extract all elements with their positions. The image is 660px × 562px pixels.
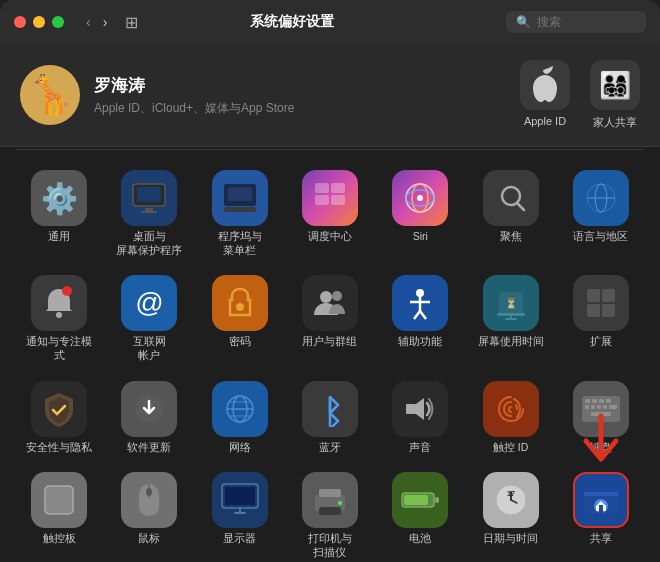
titlebar: ‹ › ⊞ 系统偏好设置 🔍 (0, 0, 660, 44)
grid-item-keyboard: 键盘 (558, 375, 644, 461)
pref-item-battery[interactable]: 电池 (390, 466, 450, 552)
pref-item-language[interactable]: 语言与地区 (571, 164, 631, 250)
profile-subtitle: Apple ID、iCloud+、媒体与App Store (94, 100, 520, 117)
label-internet: 互联网 帐户 (133, 335, 166, 362)
pref-item-focus[interactable]: 聚焦 (481, 164, 541, 250)
icon-security (31, 381, 87, 437)
label-screentime: 屏幕使用时间 (478, 335, 544, 349)
pref-item-touchid[interactable]: 触控 ID (481, 375, 541, 461)
icon-general: ⚙️ (31, 170, 87, 226)
grid-item-passwords: 密码 (197, 269, 283, 368)
maximize-button[interactable] (52, 16, 64, 28)
pref-item-sharing[interactable]: 共享 (571, 466, 631, 552)
svg-rect-54 (597, 405, 601, 409)
grid-item-sound: 声音 (377, 375, 463, 461)
grid-item-users: 用户与群组 (287, 269, 373, 368)
pref-item-users[interactable]: 用户与群组 (300, 269, 360, 355)
svg-rect-71 (404, 495, 428, 505)
svg-rect-8 (331, 183, 345, 193)
family-sharing-action[interactable]: 👨‍👩‍👧‍👦 家人共享 (590, 60, 640, 130)
pref-item-softwareupdate[interactable]: 软件更新 (119, 375, 179, 461)
label-keyboard: 键盘 (590, 441, 612, 455)
pref-item-siri[interactable]: Siri (390, 164, 450, 250)
icon-users (302, 275, 358, 331)
avatar-icon: 🦒 (27, 73, 74, 117)
pref-item-security[interactable]: 安全性与隐私 (24, 375, 94, 461)
icon-touchid (483, 381, 539, 437)
icon-keyboard (573, 381, 629, 437)
svg-point-22 (62, 286, 72, 296)
apple-id-icon-box (520, 60, 570, 110)
svg-rect-49 (592, 399, 597, 403)
svg-rect-38 (602, 304, 615, 317)
icon-focus (483, 170, 539, 226)
grid-item-trackpad: 触控板 (16, 466, 102, 562)
pref-item-internet[interactable]: @互联网 帐户 (119, 269, 179, 368)
svg-rect-2 (145, 208, 153, 211)
search-input[interactable] (537, 15, 636, 29)
icon-siri (392, 170, 448, 226)
icon-dock (212, 170, 268, 226)
search-box[interactable]: 🔍 (506, 11, 646, 33)
pref-item-bluetooth[interactable]: 蓝牙 (300, 375, 360, 461)
family-sharing-icon-box: 👨‍👩‍👧‍👦 (590, 60, 640, 110)
svg-rect-46 (406, 404, 416, 414)
label-language: 语言与地区 (573, 230, 628, 244)
svg-text:⏳: ⏳ (505, 297, 518, 310)
svg-point-14 (417, 195, 423, 201)
grid-item-security: 安全性与隐私 (16, 375, 102, 461)
grid-item-notifications: 通知与专注模式 (16, 269, 102, 368)
pref-item-dock[interactable]: 程序坞与 菜单栏 (210, 164, 270, 263)
icon-bluetooth (302, 381, 358, 437)
pref-item-displays[interactable]: 显示器 (210, 466, 270, 552)
label-sharing: 共享 (590, 532, 612, 546)
svg-rect-36 (602, 289, 615, 302)
pref-item-keyboard[interactable]: 键盘 (571, 375, 631, 461)
grid-item-accessibility: 辅助功能 (377, 269, 463, 368)
svg-line-29 (414, 311, 420, 319)
pref-item-sound[interactable]: 声音 (390, 375, 450, 461)
svg-point-24 (320, 291, 332, 303)
pref-item-screentime[interactable]: ⏳屏幕使用时间 (476, 269, 546, 355)
grid-item-mission: 调度中心 (287, 164, 373, 263)
minimize-button[interactable] (33, 16, 45, 28)
svg-rect-31 (497, 313, 525, 316)
grid-item-printers: 打印机与 扫描仪 (287, 466, 373, 562)
apple-id-action[interactable]: Apple ID (520, 60, 570, 130)
label-notifications: 通知与专注模式 (23, 335, 95, 362)
avatar[interactable]: 🦒 (20, 65, 80, 125)
svg-rect-9 (315, 195, 329, 205)
pref-item-extensions[interactable]: 扩展 (571, 269, 631, 355)
pref-item-desktop[interactable]: 桌面与 屏幕保护程序 (114, 164, 184, 263)
grid-item-screentime: ⏳屏幕使用时间 (467, 269, 553, 368)
label-sound: 声音 (409, 441, 431, 455)
grid-item-siri: Siri (377, 164, 463, 263)
svg-rect-52 (585, 405, 589, 409)
svg-point-60 (146, 488, 152, 496)
pref-item-passwords[interactable]: 密码 (210, 269, 270, 355)
label-softwareupdate: 软件更新 (127, 441, 171, 455)
pref-item-datetime[interactable]: 17日期与时间 (481, 466, 541, 552)
pref-item-general[interactable]: ⚙️通用 (29, 164, 89, 250)
pref-item-notifications[interactable]: 通知与专注模式 (21, 269, 97, 368)
pref-item-printers[interactable]: 打印机与 扫描仪 (300, 466, 360, 562)
pref-item-network[interactable]: 网络 (210, 375, 270, 461)
label-displays: 显示器 (223, 532, 256, 546)
grid-item-displays: 显示器 (197, 466, 283, 562)
close-button[interactable] (14, 16, 26, 28)
pref-item-mouse[interactable]: 鼠标 (119, 466, 179, 552)
grid-item-sharing: 共享 (558, 466, 644, 562)
label-desktop: 桌面与 屏幕保护程序 (116, 230, 182, 257)
label-focus: 聚焦 (500, 230, 522, 244)
pref-item-trackpad[interactable]: 触控板 (29, 466, 89, 552)
divider (16, 149, 644, 150)
pref-item-mission[interactable]: 调度中心 (300, 164, 360, 250)
icon-battery (392, 472, 448, 528)
svg-line-30 (420, 311, 426, 319)
svg-rect-56 (609, 405, 617, 409)
pref-item-accessibility[interactable]: 辅助功能 (390, 269, 450, 355)
icon-displays (212, 472, 268, 528)
label-dock: 程序坞与 菜单栏 (218, 230, 262, 257)
grid-item-softwareupdate: 软件更新 (106, 375, 192, 461)
profile-actions: Apple ID 👨‍👩‍👧‍👦 家人共享 (520, 60, 640, 130)
